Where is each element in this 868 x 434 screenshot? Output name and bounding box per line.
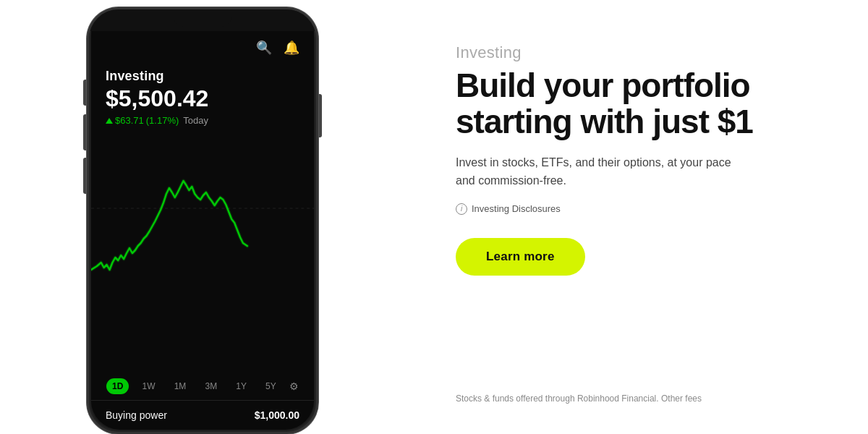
balance-amount: $5,500.42 <box>106 85 299 112</box>
phone-investing-label: Investing <box>106 69 299 84</box>
phone-notch-bar <box>89 9 316 31</box>
change-period: Today <box>183 115 208 126</box>
portfolio-chart <box>91 136 314 302</box>
learn-more-button[interactable]: Learn more <box>456 238 585 276</box>
section-label: Investing <box>456 43 817 62</box>
left-panel: 🔍 🔔 Investing $5,500.42 $63.71 (1.17%) T… <box>0 0 405 434</box>
buying-power-label: Buying power <box>106 409 167 421</box>
phone-side-button-right <box>319 94 322 137</box>
phone-side-button-left-1 <box>83 80 86 106</box>
disclosures-link[interactable]: Investing Disclosures <box>472 203 561 214</box>
headline-line1: Build your portfolio <box>456 67 750 104</box>
tab-1w[interactable]: 1W <box>137 378 161 394</box>
phone-side-button-left-3 <box>83 158 86 194</box>
chart-area <box>91 129 314 370</box>
tab-1y[interactable]: 1Y <box>230 378 252 394</box>
phone-shell: 🔍 🔔 Investing $5,500.42 $63.71 (1.17%) T… <box>87 7 318 434</box>
triangle-up-icon <box>106 118 113 124</box>
headline-line2: starting with just $1 <box>456 103 753 140</box>
balance-change-row: $63.71 (1.17%) Today <box>106 115 299 126</box>
tab-1d[interactable]: 1D <box>106 378 129 394</box>
right-panel: Investing Build your portfolio starting … <box>405 0 868 434</box>
disclosures-row: i Investing Disclosures <box>456 203 817 215</box>
buying-power-amount: $1,000.00 <box>255 409 299 421</box>
change-percent: (1.17%) <box>146 115 179 126</box>
tab-3m[interactable]: 3M <box>199 378 223 394</box>
gear-icon[interactable]: ⚙ <box>289 380 299 392</box>
main-headline: Build your portfolio starting with just … <box>456 68 817 140</box>
search-icon[interactable]: 🔍 <box>256 40 272 56</box>
info-icon: i <box>456 203 467 215</box>
phone-wrapper: 🔍 🔔 Investing $5,500.42 $63.71 (1.17%) T… <box>87 7 318 434</box>
time-period-tabs: 1D 1W 1M 3M 1Y 5Y ⚙ <box>91 373 314 400</box>
balance-section: Investing $5,500.42 $63.71 (1.17%) Today <box>91 61 314 129</box>
change-positive: $63.71 (1.17%) <box>106 115 179 126</box>
buying-power-row: Buying power $1,000.00 <box>91 400 314 430</box>
phone-screen: 🔍 🔔 Investing $5,500.42 $63.71 (1.17%) T… <box>91 31 314 430</box>
tab-1m[interactable]: 1M <box>169 378 192 394</box>
change-amount: $63.71 <box>115 115 144 126</box>
tab-5y[interactable]: 5Y <box>260 378 282 394</box>
phone-header: 🔍 🔔 <box>91 31 314 61</box>
bell-icon[interactable]: 🔔 <box>284 40 299 56</box>
phone-side-button-left-2 <box>83 114 86 150</box>
sub-description: Invest in stocks, ETFs, and their option… <box>456 154 745 190</box>
footer-disclaimer: Stocks & funds offered through Robinhood… <box>456 392 774 405</box>
phone-notch <box>174 14 231 27</box>
